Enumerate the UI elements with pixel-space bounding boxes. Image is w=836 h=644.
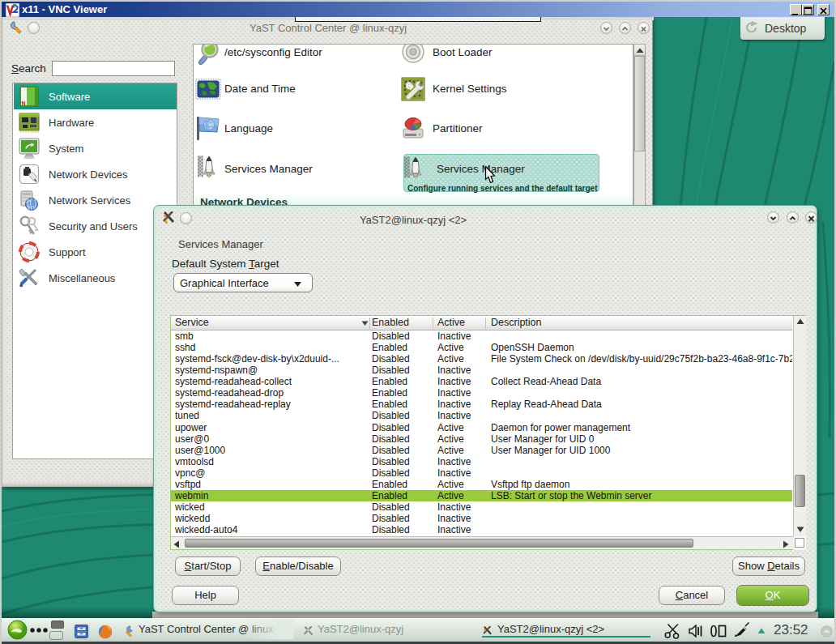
svg-text:N: N	[22, 100, 26, 106]
